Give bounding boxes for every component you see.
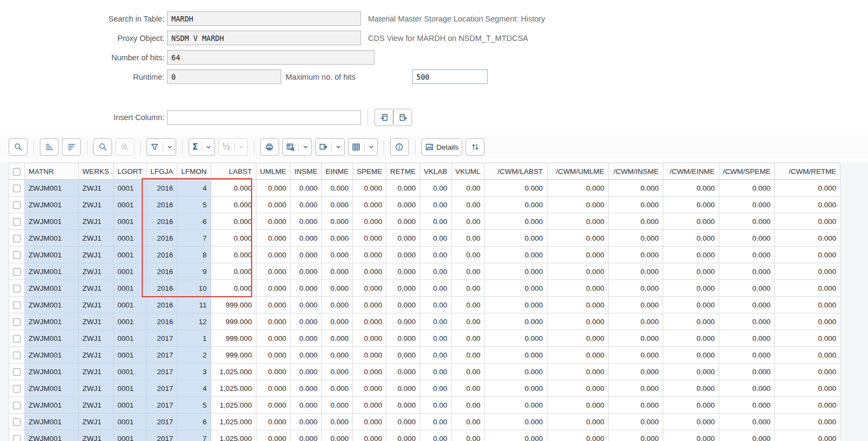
export-button[interactable] <box>315 138 345 156</box>
cell-einme: 0.000 <box>322 280 353 297</box>
table-view-button[interactable] <box>282 138 312 156</box>
number-of-hits-input[interactable] <box>167 50 374 65</box>
cell-insme: 0.000 <box>290 297 322 313</box>
row-checkbox[interactable] <box>13 335 20 342</box>
toolbar-separator <box>254 140 254 154</box>
column-header-retme[interactable]: RETME <box>386 163 420 180</box>
chevron-down-icon <box>303 144 308 150</box>
row-select-cell <box>9 363 25 380</box>
column-header-cwm-labst[interactable]: /CWM/LABST <box>484 163 547 180</box>
cell-umlme: 0.000 <box>256 247 290 263</box>
cell-lgort: 0001 <box>114 414 147 430</box>
insert-column-button[interactable] <box>374 109 393 126</box>
cell-cwm-umlme: 0.000 <box>547 280 608 297</box>
select-all-checkbox[interactable] <box>13 168 20 176</box>
cell-lfgja: 2017 <box>147 380 177 397</box>
total-button[interactable]: Σ <box>189 138 215 156</box>
find-next-button[interactable] <box>115 138 134 156</box>
row-checkbox[interactable] <box>13 201 20 209</box>
row-checkbox[interactable] <box>13 235 20 242</box>
cell-vklab: 0.00 <box>420 230 452 247</box>
cell-vkuml: 0.00 <box>452 180 485 197</box>
row-checkbox[interactable] <box>13 218 20 226</box>
cell-lfmon: 5 <box>177 397 211 414</box>
cell-lfmon: 2 <box>177 347 211 363</box>
cell-matnr: ZWJM001 <box>25 263 79 280</box>
details-button[interactable]: Details <box>421 138 462 156</box>
cell-lgort: 0001 <box>114 180 147 197</box>
cell-cwm-insme: 0.000 <box>608 247 663 263</box>
column-header-labst[interactable]: LABST <box>211 163 256 180</box>
column-header-lfmon[interactable]: LFMON <box>177 163 211 180</box>
zoom-button[interactable] <box>9 138 27 156</box>
row-checkbox[interactable] <box>13 418 20 426</box>
column-header-cwm-speme[interactable]: /CWM/SPEME <box>719 163 775 180</box>
search-in-table-input[interactable] <box>167 11 361 26</box>
cell-einme: 0.000 <box>322 230 353 247</box>
row-checkbox[interactable] <box>13 352 20 359</box>
row-checkbox[interactable] <box>13 385 20 393</box>
append-column-button[interactable] <box>393 109 412 126</box>
column-header-cwm-umlme[interactable]: /CWM/UMLME <box>547 163 608 180</box>
row-checkbox[interactable] <box>13 302 20 309</box>
column-header-vkuml[interactable]: VKUML <box>452 163 485 180</box>
table-row: ZWJM001ZWJ1000120171999.0000.0000.0000.0… <box>9 330 841 347</box>
row-checkbox[interactable] <box>13 285 20 292</box>
row-checkbox[interactable] <box>13 251 20 259</box>
layout-button[interactable] <box>348 138 378 156</box>
info-button[interactable] <box>390 138 409 156</box>
row-checkbox[interactable] <box>13 368 20 376</box>
proxy-object-input[interactable] <box>167 31 361 45</box>
column-header-lfgja[interactable]: LFGJA <box>147 163 177 180</box>
column-header-werks[interactable]: WERKS <box>79 163 114 180</box>
cell-speme: 0.000 <box>353 380 386 397</box>
column-header-umlme[interactable]: UMLME <box>256 163 290 180</box>
row-checkbox[interactable] <box>13 185 20 192</box>
cell-vklab: 0.00 <box>420 330 452 347</box>
grid-layout-icon <box>352 143 360 151</box>
column-header-cwm-insme[interactable]: /CWM/INSME <box>608 163 663 180</box>
column-header-einme[interactable]: EINME <box>322 163 353 180</box>
row-checkbox[interactable] <box>13 435 20 441</box>
cell-umlme: 0.000 <box>256 414 290 430</box>
sort-config-button[interactable] <box>466 138 484 156</box>
subtotal-button[interactable]: ½ <box>218 138 248 156</box>
sort-ascending-button[interactable] <box>40 138 59 156</box>
cell-cwm-retme: 0.000 <box>775 430 841 441</box>
sort-descending-button[interactable] <box>62 138 81 156</box>
column-header-cwm-einme[interactable]: /CWM/EINME <box>663 163 719 180</box>
proxy-object-row: Proxy Object: CDS View for MARDH on NSDM… <box>0 31 868 45</box>
cell-cwm-labst: 0.000 <box>484 430 547 441</box>
cell-lfmon: 6 <box>177 213 211 230</box>
cell-labst: 1,025.000 <box>211 397 256 414</box>
row-checkbox[interactable] <box>13 318 20 326</box>
cell-insme: 0.000 <box>290 230 322 247</box>
cell-einme: 0.000 <box>322 363 353 380</box>
cell-cwm-insme: 0.000 <box>608 263 663 280</box>
row-checkbox[interactable] <box>13 268 20 276</box>
column-header-vklab[interactable]: VKLAB <box>420 163 452 180</box>
cell-cwm-umlme: 0.000 <box>547 230 608 247</box>
runtime-input[interactable] <box>167 69 281 84</box>
cell-vklab: 0.00 <box>420 180 452 197</box>
cell-labst: 1,025.000 <box>211 414 256 430</box>
insert-column-input[interactable] <box>167 110 361 125</box>
row-checkbox[interactable] <box>13 402 20 409</box>
cell-labst: 0.000 <box>211 263 256 280</box>
column-header-cwm-retme[interactable]: /CWM/RETME <box>775 163 841 180</box>
find-button[interactable] <box>93 138 112 156</box>
filter-button[interactable] <box>147 138 176 156</box>
cell-werks: ZWJ1 <box>79 380 114 397</box>
cell-lfgja: 2017 <box>147 430 177 441</box>
cell-insme: 0.000 <box>290 414 322 430</box>
column-header-speme[interactable]: SPEME <box>353 163 386 180</box>
cell-retme: 0.000 <box>386 280 420 297</box>
print-button[interactable] <box>260 138 279 156</box>
cell-matnr: ZWJM001 <box>25 363 79 380</box>
button-divider <box>234 142 235 152</box>
column-header-insme[interactable]: INSME <box>290 163 322 180</box>
column-header-matnr[interactable]: MATNR <box>25 163 79 180</box>
max-hits-label: Maximum no. of hits <box>286 73 356 81</box>
max-hits-input[interactable] <box>412 69 488 84</box>
column-header-lgort[interactable]: LGORT <box>114 163 147 180</box>
